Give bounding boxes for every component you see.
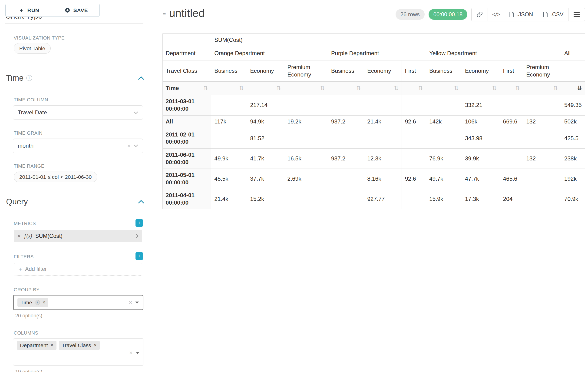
pivot-cell: 117k [211,115,247,128]
sort-icon[interactable]: ⇅ [356,85,361,92]
pivot-column-header: Premium Economy [284,60,328,82]
clear-icon[interactable]: × [129,299,132,306]
time-section-header[interactable]: Time i [6,74,144,83]
time-grain-select[interactable]: month × [13,138,143,153]
pivot-column-header: Business [426,60,462,82]
pivot-column-header: Economy [247,60,284,82]
pivot-cell: 16.5k [284,149,328,169]
hamburger-menu-icon [574,12,580,17]
time-column-label: TIME COLUMN [14,97,48,103]
pivot-cell [328,128,364,148]
pivot-sort-cell: ⇅ [500,82,523,95]
save-button[interactable]: SAVE [53,4,99,17]
pivot-cell [364,128,402,148]
remove-chip-icon[interactable]: × [42,300,45,306]
pivot-cell [328,169,364,189]
group-by-label: GROUP BY [14,287,40,292]
sort-icon[interactable]: ⇅ [320,85,325,92]
export-csv-button[interactable]: .CSV [538,8,569,21]
sort-icon[interactable]: ⇅ [553,85,558,92]
pivot-cell: 49.9k [211,149,247,169]
query-section-header[interactable]: Query [6,197,144,206]
export-json-button[interactable]: .JSON [504,8,538,21]
sort-icon[interactable]: ⇅ [418,85,423,92]
columns-chip[interactable]: Travel Class × [59,341,100,350]
pivot-cell [402,95,426,115]
group-by-options-hint: 20 option(s) [15,313,42,319]
remove-chip-icon[interactable]: × [94,342,97,348]
pivot-group-header: Yellow Department [426,46,561,60]
pivot-cell: 21.4k [211,189,247,209]
sort-icon[interactable]: ⇅ [394,85,399,92]
add-metric-button[interactable]: + [136,219,143,227]
pivot-column-header: First [402,60,426,82]
time-grain-value: month [18,142,33,149]
sort-icon[interactable]: ⇅ [239,85,244,92]
filters-label: FILTERS [14,254,34,259]
pivot-cell: 549.35 [561,95,585,115]
pivot-cell: 37.7k [247,169,284,189]
chevron-down-icon [134,144,138,147]
pivot-cell: 937.2 [328,149,364,169]
pivot-cell: 343.98 [462,128,500,148]
pivot-cell: 8.16k [364,169,402,189]
copy-link-button[interactable] [471,8,488,21]
group-by-select[interactable]: Time i × × [13,295,143,310]
pivot-table: SUM(Cost)DepartmentOrange DepartmentPurp… [162,33,585,209]
menu-button[interactable] [568,8,585,21]
pivot-cell: 217.14 [247,95,284,115]
metric-name: SUM(Cost) [35,233,62,239]
sort-icon[interactable]: ⇅ [515,85,520,92]
pivot-cell: 49.7k [426,169,462,189]
pivot-empty-header [561,60,585,82]
columns-chip[interactable]: Department × [17,341,56,350]
pivot-cell: 192k [561,169,585,189]
add-filter-box[interactable]: + Add filter [14,263,142,276]
sort-icon[interactable]: ⇅ [492,85,497,92]
sort-icon[interactable]: ⇅ [203,85,208,92]
run-button-label: RUN [27,7,39,13]
run-button[interactable]: RUN [5,4,53,17]
remove-chip-icon[interactable]: × [51,342,53,348]
main-panel: - untitled 26 rows 00:00:00.18 </> [151,0,588,372]
pivot-time-header: Time⇅ [162,82,211,95]
pivot-sort-cell: ⇅ [284,82,328,95]
pivot-cell: 937.2 [328,115,364,128]
chevron-up-icon[interactable] [138,200,144,203]
dropdown-caret-icon[interactable] [135,302,139,304]
code-icon: </> [492,12,500,17]
clear-icon[interactable]: × [129,350,133,356]
visualization-type-label: VISUALIZATION TYPE [14,35,65,41]
export-csv-label: .CSV [551,11,563,18]
columns-select[interactable]: Department × Travel Class × × [13,338,143,366]
add-filter-plus-button[interactable]: + [136,252,143,260]
pivot-cell [500,149,523,169]
table-row: All117k94.9k19.2k937.221.4k92.6142k106k6… [162,115,585,128]
table-row: 2011-03-01 00:00:00217.14332.21549.35 [162,95,585,115]
group-by-chip[interactable]: Time i × [17,298,48,307]
sidebar-topbar: RUN SAVE [0,0,150,17]
chevron-up-icon[interactable] [138,76,144,80]
remove-metric-icon[interactable]: × [17,233,21,239]
dropdown-caret-icon[interactable] [136,352,139,354]
metric-chip[interactable]: × ƒ(x) SUM(Cost) [14,230,142,242]
pivot-cell: 15.9k [426,189,462,209]
time-column-select[interactable]: Travel Date [13,105,143,120]
pivot-cell: 332.21 [462,95,500,115]
pivot-cell: 81.52 [247,128,284,148]
file-icon [509,12,514,17]
chevron-down-icon [134,111,138,114]
time-range-pill[interactable]: 2011-01-01 ≤ col < 2011-06-30 [14,171,97,182]
pivot-cell [426,95,462,115]
section-divider [5,23,143,24]
sort-icon[interactable]: ⇅ [276,85,281,92]
visualization-type-pill[interactable]: Pivot Table [14,43,51,54]
clear-icon[interactable]: × [127,142,131,149]
pivot-cell [523,189,561,209]
view-query-button[interactable]: </> [488,8,504,21]
sort-desc-icon[interactable]: ⇊ [577,85,582,92]
caret-right-icon[interactable] [136,234,138,239]
sort-icon[interactable]: ⇅ [454,85,459,92]
page-title[interactable]: - untitled [162,7,205,20]
info-icon: i [26,75,32,81]
